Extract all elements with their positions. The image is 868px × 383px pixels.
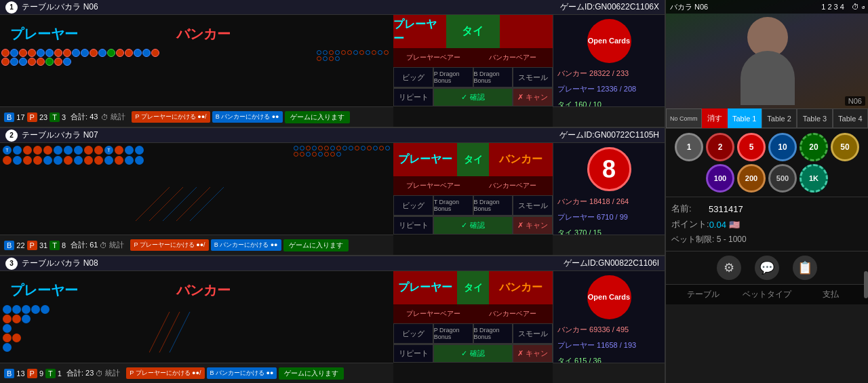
cancel-btn-3[interactable]: ✗ キャン	[513, 344, 553, 363]
confirm-btn-3[interactable]: ✓ 確認	[433, 344, 513, 363]
banker-bet-btn-1[interactable]: B バンカーにかける ●●	[212, 111, 283, 123]
player-odds-3: プレーヤー 11658 / 193	[557, 340, 660, 350]
enter-game-btn-2[interactable]: ゲームに入ります	[283, 239, 349, 251]
player-bet-btn-1[interactable]: P プレーヤーにかける ●●/	[132, 111, 210, 123]
bet-limit-label: ベット制限: 5 - 1000	[671, 234, 747, 245]
big-btn-2[interactable]: ビッグ	[393, 195, 433, 216]
banker-btn-2[interactable]: バンカー	[489, 143, 553, 176]
p-dragon-btn-2[interactable]: T Dragon Bonus	[433, 195, 473, 216]
odds-area-2: 8 バンカー 18418 / 264 プレーヤー 6710 / 99 タイ 37…	[553, 143, 665, 235]
b-dragon-btn-3[interactable]: B Dragon Bonus	[473, 323, 513, 344]
chart-area-2: T T	[0, 143, 393, 235]
points-value: 0.04	[709, 220, 726, 230]
payout-header-col: 支払	[799, 289, 863, 300]
table4-tab[interactable]: Table 4	[833, 108, 868, 128]
cancel-btn-2[interactable]: ✗ キャン	[513, 216, 553, 235]
player-pair-btn-2[interactable]: プレーヤーベアー	[393, 176, 473, 195]
stats-total-3: 合計: 23	[66, 368, 94, 378]
chip-100[interactable]: 100	[706, 164, 734, 193]
repeat-btn-2[interactable]: リピート	[393, 216, 433, 235]
player-info-panel: 名前: 5311417 ポイント: 0.04 🇺🇸 ベット制限: 5 - 100…	[666, 197, 868, 251]
p-dragon-btn-3[interactable]: P Dragon Bonus	[433, 323, 473, 344]
banker-btn-3[interactable]: バンカー	[489, 271, 553, 304]
chips-area: 1 2 5 10 20 50 100 200 500 1K	[666, 129, 868, 197]
repeat-btn-3[interactable]: リピート	[393, 344, 433, 363]
stats-p-val-1: 23	[39, 113, 47, 121]
open-cards-btn-3[interactable]: Open Cards	[587, 275, 631, 319]
chip-10[interactable]: 10	[768, 133, 797, 161]
stats-total-1: 合計: 43	[71, 112, 98, 122]
bottom-icons-row: ⚙ 💬 📋	[666, 251, 868, 284]
enter-game-btn-1[interactable]: ゲームに入ります	[285, 111, 350, 123]
confirm-btn-1[interactable]: ✓ 確認	[433, 88, 513, 106]
usd-flag-icon: 🇺🇸	[729, 220, 740, 230]
chart-area-1: プレーヤー バンカー	[0, 15, 393, 106]
small-btn-1[interactable]: スモール	[513, 67, 553, 87]
player-btn-2[interactable]: プレーヤー	[393, 143, 457, 176]
bet-type-header-col: ベットタイプ	[735, 289, 799, 300]
enter-game-btn-3[interactable]: ゲームに入ります	[279, 367, 344, 380]
chip-2[interactable]: 2	[706, 133, 734, 161]
chip-1[interactable]: 1	[675, 133, 703, 161]
chat-icon[interactable]: 💬	[755, 256, 779, 280]
player-pair-btn-3[interactable]: プレーヤーベアー	[393, 304, 473, 323]
banker-pair-btn-1[interactable]: バンカーベアー	[473, 48, 553, 67]
player-btn-3[interactable]: プレーヤー	[393, 271, 457, 304]
big-btn-3[interactable]: ビッグ	[393, 323, 433, 344]
stats-b-val-3: 13	[16, 369, 24, 378]
chip-20[interactable]: 20	[800, 133, 828, 161]
small-btn-2[interactable]: スモール	[513, 195, 553, 216]
chip-50[interactable]: 50	[831, 133, 859, 161]
b-dragon-btn-1[interactable]: B Dragon Bonus	[473, 67, 513, 87]
player-btn-1[interactable]: プレーヤー	[393, 15, 446, 48]
left-panel: 1 テーブル:バカラ N06 ゲームID:GN00622C1106X プレーヤー…	[0, 0, 665, 383]
chip-500[interactable]: 500	[768, 164, 797, 193]
bet-area-1: プレーヤー タイ プレーヤーベアー バンカーベアー ビッグ P Dragon B…	[393, 15, 553, 106]
banker-pair-btn-2[interactable]: バンカーベアー	[473, 176, 553, 195]
history-icon[interactable]: 📋	[793, 256, 817, 280]
badge-t-1: T	[50, 113, 60, 122]
game-id-2: ゲームID:GN00722C1105H	[559, 129, 659, 141]
table-badge: N06	[845, 96, 865, 106]
open-cards-btn-1[interactable]: Open Cards	[587, 19, 631, 63]
banker-bet-btn-2[interactable]: B バンカーにかける ●●	[211, 239, 281, 251]
bet-area-3: プレーヤー タイ バンカー プレーヤーベアー バンカーベアー ビッグ P Dra…	[393, 271, 553, 363]
table3-tab[interactable]: Table 3	[797, 108, 832, 128]
player-bet-btn-2[interactable]: P プレーヤーにかける ●●/	[130, 239, 208, 251]
odds-area-3: Open Cards バンカー 69336 / 495 プレーヤー 11658 …	[553, 271, 665, 363]
table-num-badge-2: 2	[5, 129, 18, 142]
p-dragon-btn-1[interactable]: P Dragon Bonus	[433, 67, 473, 87]
chip-1k[interactable]: 1K	[800, 164, 828, 193]
banker-label-3: バンカー	[176, 281, 231, 300]
tie-btn-1[interactable]: タイ	[446, 15, 499, 48]
table2-tab[interactable]: Table 2	[762, 108, 797, 128]
banker-pair-btn-3[interactable]: バンカーベアー	[473, 304, 553, 323]
bet-area-2: プレーヤー タイ バンカー プレーヤーベアー バンカーベアー ビッグ T Dra…	[393, 143, 553, 235]
big-btn-1[interactable]: ビッグ	[393, 67, 433, 87]
confirm-btn-2[interactable]: ✓ 確認	[433, 216, 513, 235]
svg-line-3	[176, 187, 210, 221]
tie-btn-3[interactable]: タイ	[457, 271, 489, 304]
chip-5[interactable]: 5	[737, 133, 766, 161]
banker-odds-3: バンカー 69336 / 495	[557, 325, 660, 335]
b-dragon-btn-2[interactable]: B Dragon Bonus	[473, 195, 513, 216]
repeat-btn-1[interactable]: リピート	[393, 88, 433, 106]
chip-200[interactable]: 200	[737, 164, 766, 193]
scroll-handle[interactable]	[864, 271, 868, 298]
table1-tab[interactable]: Table 1	[728, 108, 762, 128]
player-bet-btn-3[interactable]: P プレーヤーにかける ●●/	[126, 367, 204, 379]
clear-button[interactable]: 消す	[702, 108, 728, 128]
cancel-btn-1[interactable]: ✗ キャン	[513, 88, 553, 106]
video-title: バカラ N06	[670, 2, 708, 12]
banker-bet-btn-3[interactable]: B バンカーにかける ●●	[207, 367, 277, 379]
settings-icon[interactable]: ⚙	[717, 256, 741, 280]
banker-btn-1[interactable]	[500, 15, 553, 48]
small-btn-3[interactable]: スモール	[513, 323, 553, 344]
odds-area-1: Open Cards バンカー 28322 / 233 プレーヤー 12336 …	[553, 15, 665, 106]
table-header-2: 2 テーブル:バカラ N07 ゲームID:GN00722C1105H	[0, 128, 665, 143]
svg-line-2	[163, 187, 197, 221]
player-pair-btn-1[interactable]: プレーヤーベアー	[393, 48, 473, 67]
table-row-1: 1 テーブル:バカラ N06 ゲームID:GN00622C1106X プレーヤー…	[0, 0, 665, 128]
game-id-1: ゲームID:GN00622C1106X	[560, 1, 659, 13]
tie-btn-2[interactable]: タイ	[457, 143, 489, 176]
